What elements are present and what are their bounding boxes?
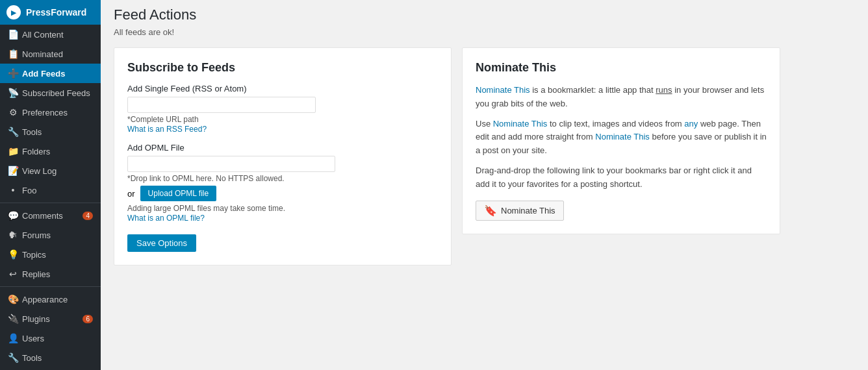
sidebar-label-foo: Foo [22, 186, 36, 195]
nominate-para2: Use Nominate This to clip text, images a… [476, 117, 767, 158]
sidebar-divider-2 [0, 286, 101, 287]
sidebar-item-all-content[interactable]: 📄 All Content [0, 25, 101, 44]
sidebar-label-folders: Folders [22, 147, 50, 156]
sidebar-label-users: Users [22, 334, 44, 343]
sidebar-item-forums[interactable]: 🗣 Forums [0, 225, 101, 245]
content-area: Subscribe to Feeds Add Single Feed (RSS … [101, 47, 868, 278]
subscribe-card-title: Subscribe to Feeds [127, 61, 438, 75]
sidebar-item-view-log[interactable]: 📝 View Log [0, 161, 101, 180]
sidebar-label-tools: Tools [22, 127, 42, 137]
rss-help-link[interactable]: What is an RSS Feed? [127, 125, 207, 134]
sidebar-label-tools2: Tools [22, 353, 42, 363]
single-feed-required-note: *Complete URL path [127, 115, 438, 124]
appearance-icon: 🎨 [8, 294, 18, 304]
sidebar: ▶ PressForward 📄 All Content 📋 Nominated… [0, 0, 101, 370]
brand-icon: ▶ [6, 5, 21, 19]
sidebar-brand[interactable]: ▶ PressForward [0, 0, 101, 25]
nominate-text-use: Use [476, 119, 493, 129]
feeds-ok-notice: All feeds are ok! [114, 27, 855, 37]
all-content-icon: 📄 [8, 29, 18, 40]
sidebar-item-users[interactable]: 👤 Users [0, 328, 101, 348]
opml-upload-row: or Upload OPML file [127, 186, 438, 201]
sidebar-secondary-nav: 💬 Comments 4 🗣 Forums 💡 Topics ↩ Replies [0, 206, 101, 284]
sidebar-divider-1 [0, 203, 101, 203]
plugins-badge: 6 [83, 315, 93, 323]
sidebar-tertiary-nav: 🎨 Appearance 🔌 Plugins 6 👤 Users 🔧 Tools… [0, 290, 101, 370]
single-feed-input[interactable] [127, 97, 316, 113]
sidebar-item-folders[interactable]: 📁 Folders [0, 142, 101, 161]
sidebar-label-all-content: All Content [22, 30, 64, 40]
add-feeds-icon: ➕ [8, 68, 18, 79]
comments-icon: 💬 [8, 210, 18, 221]
sidebar-label-replies: Replies [22, 269, 50, 279]
opml-label: Add OPML File [127, 143, 438, 153]
page-header: Feed Actions All feeds are ok! [101, 0, 868, 47]
sidebar-item-settings[interactable]: ⚙ Settings [0, 367, 101, 370]
nominate-text-link-2: Nominate This [493, 119, 548, 129]
sidebar-primary-nav: 📄 All Content 📋 Nominated ➕ Add Feeds 📡 … [0, 25, 101, 200]
nominate-card-title: Nominate This [476, 61, 767, 75]
sidebar-item-topics[interactable]: 💡 Topics [0, 245, 101, 264]
sidebar-label-view-log: View Log [22, 166, 57, 176]
nominate-text-any: any [684, 119, 698, 129]
sidebar-label-plugins: Plugins [22, 314, 50, 324]
page-title: Feed Actions [114, 6, 855, 23]
opml-note: *Drop link to OPML here. No HTTPS allowe… [127, 174, 438, 183]
opml-help-link[interactable]: What is an OPML file? [127, 214, 205, 223]
nominate-text-link-3: Nominate This [595, 132, 650, 142]
upload-opml-button[interactable]: Upload OPML file [140, 186, 217, 201]
sidebar-item-subscribed-feeds[interactable]: 📡 Subscribed Feeds [0, 83, 101, 103]
nominate-card: Nominate This Nominate This is a bookmar… [462, 47, 780, 234]
sidebar-label-subscribed-feeds: Subscribed Feeds [22, 88, 90, 98]
sidebar-label-appearance: Appearance [22, 295, 68, 304]
sidebar-item-appearance[interactable]: 🎨 Appearance [0, 290, 101, 309]
nominated-icon: 📋 [8, 49, 18, 59]
sidebar-item-plugins[interactable]: 🔌 Plugins 6 [0, 309, 101, 328]
single-feed-group: Add Single Feed (RSS or Atom) *Complete … [127, 84, 438, 134]
sidebar-item-foo[interactable]: • Foo [0, 180, 101, 200]
nominate-btn-icon: 🔖 [484, 204, 497, 217]
tools-icon: 🔧 [8, 127, 18, 137]
foo-icon: • [8, 185, 18, 195]
sidebar-label-nominated: Nominated [22, 49, 63, 59]
forums-icon: 🗣 [8, 230, 18, 240]
nominate-text-1b: is a bookmarklet: a little app that [532, 85, 656, 95]
sidebar-label-comments: Comments [22, 211, 63, 221]
nominate-this-button[interactable]: 🔖 Nominate This [476, 201, 564, 221]
save-btn-row: Save Options [127, 234, 438, 252]
comments-badge: 4 [83, 212, 93, 220]
sidebar-item-tools2[interactable]: 🔧 Tools [0, 348, 101, 367]
sidebar-item-comments[interactable]: 💬 Comments 4 [0, 206, 101, 225]
sidebar-item-preferences[interactable]: ⚙ Preferences [0, 103, 101, 122]
sidebar-item-replies[interactable]: ↩ Replies [0, 264, 101, 284]
nominate-text-runs: runs [656, 85, 672, 95]
sidebar-item-add-feeds[interactable]: ➕ Add Feeds [0, 64, 101, 83]
nominate-para3: Drag-and-drop the following link to your… [476, 164, 767, 191]
nominate-btn-label: Nominate This [501, 206, 555, 216]
preferences-icon: ⚙ [8, 107, 18, 117]
or-text: or [127, 189, 135, 199]
tools2-icon: 🔧 [8, 352, 18, 363]
opml-input[interactable] [127, 156, 335, 172]
nominate-text-2b: to clip text, images and videos from [550, 119, 684, 129]
sidebar-label-preferences: Preferences [22, 108, 68, 117]
folders-icon: 📁 [8, 146, 18, 156]
sidebar-label-add-feeds: Add Feeds [22, 69, 65, 79]
users-icon: 👤 [8, 333, 18, 343]
view-log-icon: 📝 [8, 166, 18, 176]
nominate-text-link-1: Nominate This [476, 85, 530, 95]
save-options-button[interactable]: Save Options [127, 234, 196, 252]
nominate-para1: Nominate This is a bookmarklet: a little… [476, 84, 767, 111]
topics-icon: 💡 [8, 249, 18, 260]
sidebar-item-nominated[interactable]: 📋 Nominated [0, 44, 101, 64]
single-feed-label: Add Single Feed (RSS or Atom) [127, 84, 438, 93]
subscribe-card: Subscribe to Feeds Add Single Feed (RSS … [114, 47, 452, 265]
subscribed-feeds-icon: 📡 [8, 88, 18, 98]
plugins-icon: 🔌 [8, 314, 18, 324]
opml-group: Add OPML File *Drop link to OPML here. N… [127, 143, 438, 223]
replies-icon: ↩ [8, 269, 18, 279]
sidebar-label-topics: Topics [22, 250, 46, 260]
sidebar-item-tools[interactable]: 🔧 Tools [0, 122, 101, 142]
sidebar-label-forums: Forums [22, 230, 51, 240]
opml-size-note: Adding large OPML files may take some ti… [127, 204, 438, 213]
